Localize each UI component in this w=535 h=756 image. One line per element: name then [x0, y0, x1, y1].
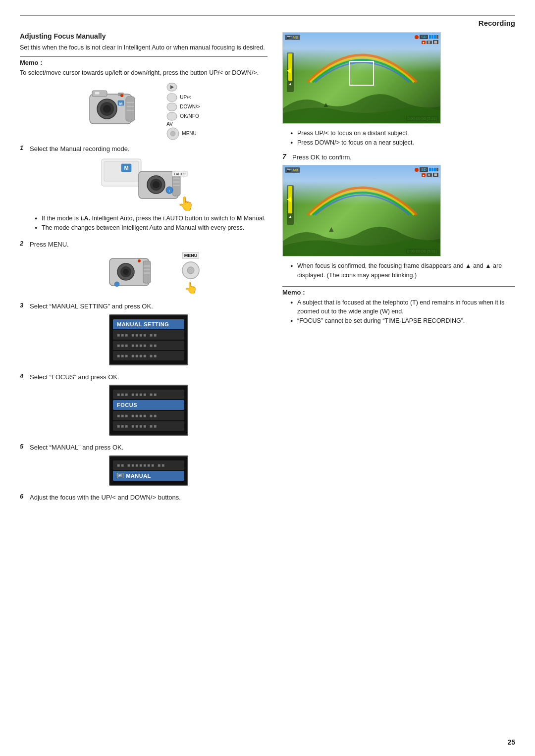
step-5-num: 5	[20, 443, 27, 450]
av-row: AV	[166, 121, 173, 127]
step-5: 5 Select “MANUAL” and press OK. ■■ ■■■■■…	[20, 443, 268, 486]
buttons-panel: UP/< DOWN/> OK/NFO	[166, 83, 200, 140]
menu-row: MENU	[166, 127, 196, 140]
svg-text:M: M	[119, 101, 123, 106]
av-label: AV	[166, 121, 173, 127]
menu-item-manual[interactable]: M MANUAL	[113, 471, 184, 481]
step-6-text: Adjust the focus with the UP/< and DOWN/…	[30, 493, 181, 503]
svg-point-11	[120, 94, 123, 97]
record-time: ● ⏸ ▦	[422, 40, 438, 44]
memo-block-1: Memo : To select/move cursor towards up/…	[20, 56, 268, 78]
step-3-image: MANUAL SETTING ■■■ ■■■■ ■■ ■■■ ■■■■ ■■ ■…	[30, 314, 268, 365]
svg-text:i AUTO: i AUTO	[174, 172, 186, 176]
step-3-num: 3	[20, 302, 27, 309]
hud-top-left: 📷 MB	[285, 35, 300, 40]
svg-rect-46	[144, 272, 150, 274]
menu-screen-4: ■■■ ■■■■ ■■ FOCUS ■■■ ■■■■ ■■ ■■■ ■■■■ ■…	[109, 385, 188, 436]
svg-rect-18	[167, 112, 177, 120]
right-col-bullets-top: Press UP/< to focus on a distant subject…	[290, 129, 515, 148]
step-4-image: ■■■ ■■■■ ■■ FOCUS ■■■ ■■■■ ■■ ■■■ ■■■■ ■…	[30, 385, 268, 436]
svg-point-48	[114, 282, 119, 287]
down-button-icon	[166, 102, 177, 111]
menu-screen-3: MANUAL SETTING ■■■ ■■■■ ■■ ■■■ ■■■■ ■■ ■…	[109, 314, 188, 365]
step-7-num: 7	[282, 152, 289, 160]
svg-rect-16	[167, 94, 177, 101]
memo-2-bullet-2: “FOCUS” cannot be set during “TIME-LAPSE…	[290, 316, 515, 326]
step-7-header: 7 Press OK to confirm.	[282, 152, 515, 162]
ok-label: OK/NFO	[180, 113, 199, 119]
menu-item-manual-setting[interactable]: MANUAL SETTING	[113, 319, 184, 329]
button-diagram-area: M UP/<	[20, 83, 268, 140]
section-title: Adjusting Focus Manually	[20, 32, 268, 40]
memo-2-bullets: A subject that is focused at the telepho…	[290, 298, 515, 326]
svg-rect-17	[167, 103, 177, 111]
step-4-header: 4 Select “FOCUS” and press OK.	[20, 372, 268, 382]
step-2-image: MENU 👆	[30, 252, 268, 295]
step-4-text: Select “FOCUS” and press OK.	[30, 372, 119, 382]
memo-block-2: Memo : A subject that is focused at the …	[282, 286, 515, 326]
step-5-header: 5 Select “MANUAL” and press OK.	[20, 443, 268, 453]
step-3: 3 Select “MANUAL SETTING” and press OK. …	[20, 302, 268, 365]
manual-m-icon: M	[117, 473, 123, 478]
memo-title-1: Memo :	[20, 59, 268, 66]
step-6-num: 6	[20, 493, 27, 500]
grid-icon: ▦	[433, 40, 438, 44]
step-1-header: 1 Select the Manual recording mode.	[20, 144, 268, 154]
svg-point-50	[187, 267, 194, 274]
menu-dial-icon	[181, 261, 200, 280]
svg-point-20	[170, 131, 175, 136]
sd-bars	[429, 35, 438, 39]
menu-item-dim-2: ■■■ ■■■■ ■■	[113, 341, 184, 350]
svg-point-47	[138, 259, 141, 262]
step-6: 6 Adjust the focus with the UP/< and DOW…	[20, 493, 268, 503]
camera-hud-badge: 📷 MB	[285, 35, 300, 40]
step-2-header: 2 Press MENU.	[20, 240, 268, 250]
svg-rect-9	[126, 105, 134, 107]
step-4-num: 4	[20, 372, 27, 380]
right-bullet-2: Press DOWN/> to focus on a near subject.	[290, 138, 515, 148]
step-4: 4 Select “FOCUS” and press OK. ■■■ ■■■■ …	[20, 372, 268, 436]
menu-item-focus[interactable]: FOCUS	[113, 400, 184, 410]
svg-rect-31	[173, 178, 180, 179]
screen-capture-top: ▲ 📷 MB SD	[282, 32, 441, 124]
bar4-2	[436, 168, 438, 171]
section-intro: Set this when the focus is not clear in …	[20, 43, 268, 52]
svg-rect-33	[173, 185, 180, 186]
bar2	[431, 35, 433, 39]
up-button-icon	[166, 93, 177, 102]
svg-rect-43	[143, 261, 151, 283]
hand-icon: 👆	[184, 282, 198, 295]
svg-point-42	[123, 269, 129, 275]
rainbow-svg-2	[298, 170, 427, 220]
sd-badge-2: SD	[420, 167, 428, 172]
menu-label-badge: MENU	[182, 252, 200, 259]
focus-arrow-2	[287, 197, 291, 202]
rec-indicator-2: SD	[415, 167, 438, 172]
focus-bar-fill	[288, 53, 292, 81]
mb-badge: MB	[293, 36, 298, 39]
two-col-layout: Adjusting Focus Manually Set this when t…	[20, 32, 515, 509]
step-6-header: 6 Adjust the focus with the UP/< and DOW…	[20, 493, 268, 503]
svg-rect-44	[144, 265, 150, 267]
svg-rect-8	[126, 101, 134, 103]
step-1-num: 1	[20, 144, 27, 151]
svg-rect-4	[126, 97, 135, 121]
screen-capture-bottom: ▲ 📷 MB SD	[282, 165, 441, 256]
bar2-2	[431, 168, 433, 171]
step-1-camera: M i	[99, 156, 198, 211]
svg-rect-10	[126, 109, 134, 111]
sd-bars-2	[429, 168, 438, 171]
sd-badge: SD	[420, 35, 428, 39]
step-3-header: 3 Select “MANUAL SETTING” and press OK.	[20, 302, 268, 311]
grid-icon-2: ▦	[433, 173, 438, 177]
pause-icon: ⏸	[427, 41, 432, 44]
menu-item-dim-1: ■■■ ■■■■ ■■	[113, 330, 184, 340]
svg-point-29	[153, 181, 160, 188]
page-number: 25	[507, 738, 515, 746]
left-column: Adjusting Focus Manually Set this when t…	[20, 32, 268, 509]
menu-item-dim-3: ■■■ ■■■■ ■■	[113, 351, 184, 360]
top-border	[20, 15, 515, 16]
focus-frame-top	[349, 61, 374, 86]
step-1-bullet-1: If the mode is i.A. Intelligent Auto, pr…	[35, 214, 268, 223]
bar1-2	[429, 168, 431, 171]
